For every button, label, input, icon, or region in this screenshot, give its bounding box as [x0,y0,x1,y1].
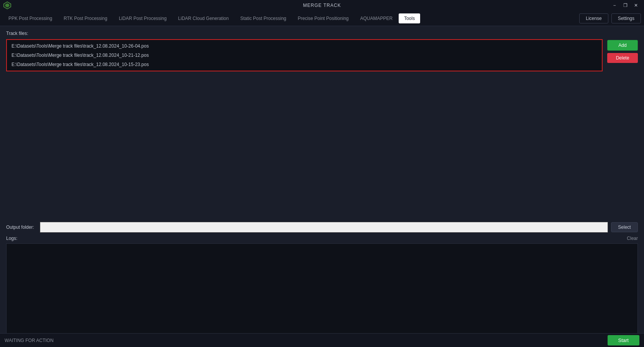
logs-header: Logs: Clear [6,236,638,241]
tab-bar: PPK Post Processing RTK Post Processing … [0,11,644,26]
settings-button[interactable]: Settings [611,13,641,23]
tab-tools[interactable]: Tools [399,13,420,23]
svg-marker-1 [5,3,10,8]
output-folder-row: Output folder: Select [6,222,638,233]
title-bar-left [3,1,12,10]
logs-label: Logs: [6,236,17,241]
header-buttons: License Settings [579,13,641,23]
window-controls: − ❐ ✕ [610,2,641,9]
tab-ppk-post-processing[interactable]: PPK Post Processing [3,13,58,23]
start-button[interactable]: Start [608,335,639,345]
delete-button[interactable]: Delete [607,53,638,63]
track-files-buttons: Add Delete [607,39,638,71]
output-folder-label: Output folder: [6,225,37,230]
list-item[interactable]: E:\Datasets\Tools\Merge track files\trac… [8,60,600,69]
restore-button[interactable]: ❐ [620,2,630,9]
clear-button[interactable]: Clear [627,236,638,241]
tab-lidar-cloud-generation[interactable]: LiDAR Cloud Generation [173,13,234,23]
add-button[interactable]: Add [607,40,638,51]
list-item[interactable]: E:\Datasets\Tools\Merge track files\trac… [8,51,600,60]
tab-lidar-post-processing[interactable]: LiDAR Post Processing [113,13,172,23]
title-bar: MERGE TRACK − ❐ ✕ [0,0,644,11]
tab-aquamapper[interactable]: AQUAMAPPER [355,13,398,23]
tab-precise-point-positioning[interactable]: Precise Point Positioning [292,13,354,23]
license-button[interactable]: License [579,13,608,23]
tab-rtk-post-processing[interactable]: RTK Post Processing [58,13,113,23]
tab-static-post-processing[interactable]: Static Post Processing [235,13,292,23]
track-files-list[interactable]: E:\Datasets\Tools\Merge track files\trac… [6,39,603,71]
list-item[interactable]: E:\Datasets\Tools\Merge track files\trac… [8,41,600,51]
select-button[interactable]: Select [611,222,638,232]
main-content: Track files: E:\Datasets\Tools\Merge tra… [0,26,644,347]
track-files-label: Track files: [6,31,638,36]
track-files-container: E:\Datasets\Tools\Merge track files\trac… [6,39,638,71]
middle-area [6,78,638,222]
output-folder-input[interactable] [40,222,608,233]
status-bar: WAITING FOR ACTION Start [0,333,644,347]
minimize-button[interactable]: − [610,2,619,9]
app-title: MERGE TRACK [303,3,341,8]
app-logo [3,1,12,10]
status-text: WAITING FOR ACTION [5,338,54,343]
close-button[interactable]: ✕ [631,2,641,9]
logs-area [6,243,638,339]
